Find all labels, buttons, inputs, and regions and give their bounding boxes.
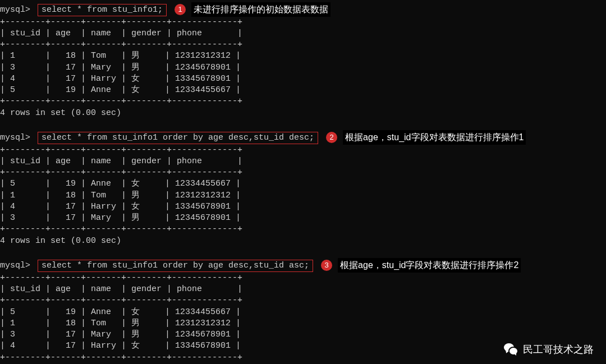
sql-query-2: select * from stu_info1 order by age des… <box>38 132 318 144</box>
annotation-note-2: 根据age，stu_id字段对表数据进行排序操作1 <box>343 130 526 145</box>
annotation-badge-1: 1 <box>175 4 186 15</box>
annotation-badge-2: 2 <box>326 132 337 143</box>
mysql-prompt: mysql> <box>0 133 35 142</box>
result-summary-2: 4 rows in set (0.00 sec) <box>0 236 121 246</box>
footer-text: 民工哥技术之路 <box>523 343 594 356</box>
mysql-prompt: mysql> <box>0 261 35 270</box>
mysql-prompt: mysql> <box>0 5 35 15</box>
result-summary-1: 4 rows in set (0.00 sec) <box>0 108 121 118</box>
wechat-icon <box>504 343 518 356</box>
annotation-note-1: 未进行排序操作的初始数据表数据 <box>191 2 330 17</box>
footer-watermark: 民工哥技术之路 <box>504 343 594 356</box>
sql-query-3: select * from stu_info1 order by age des… <box>38 260 313 272</box>
annotation-badge-3: 3 <box>321 260 332 271</box>
sql-query-1: select * from stu_info1; <box>38 4 167 16</box>
annotation-note-3: 根据age，stu_id字段对表数据进行排序操作2 <box>338 258 521 273</box>
